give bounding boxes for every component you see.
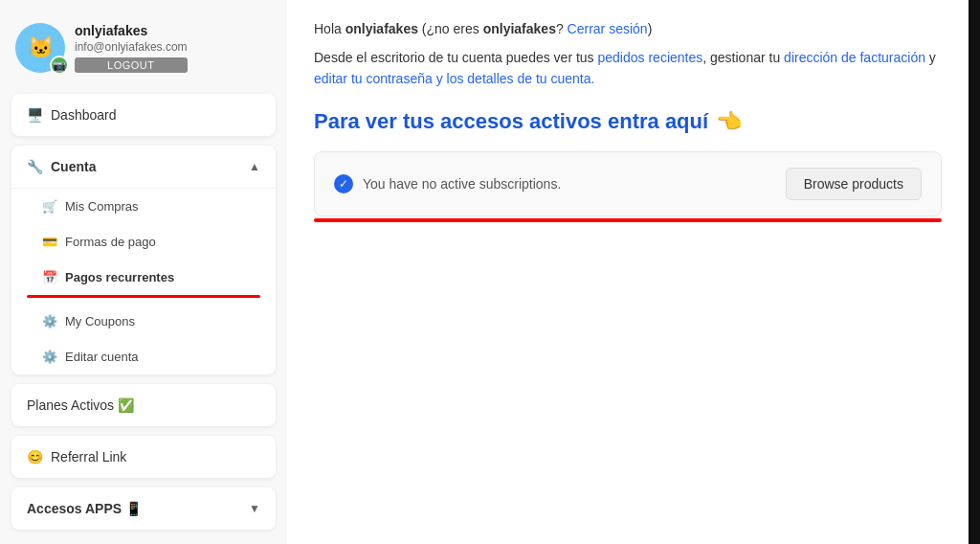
sidebar: 🐱 📷 onlyiafakes info@onlyiafakes.com LOG… (0, 0, 287, 544)
right-panel (969, 0, 980, 544)
card-icon: 💳 (42, 235, 57, 249)
referral-card: 😊 Referral Link (11, 436, 276, 478)
mis-compras-label: Mis Compras (65, 199, 139, 214)
sidebar-item-formas-pago[interactable]: 💳 Formas de pago (11, 224, 276, 260)
sidebar-item-mis-compras[interactable]: 🛒 Mis Compras (11, 189, 276, 224)
user-info: onlyiafakes info@onlyiafakes.com LOGOUT (75, 23, 188, 73)
user-profile: 🐱 📷 onlyiafakes info@onlyiafakes.com LOG… (11, 15, 276, 84)
main-content: Hola onlyiafakes (¿no eres onlyiafakes? … (287, 0, 969, 544)
sidebar-item-referral[interactable]: 😊 Referral Link (11, 436, 276, 478)
browse-products-button[interactable]: Browse products (786, 168, 922, 200)
chevron-up-icon: ▲ (249, 160, 260, 173)
calendar-icon: 📅 (42, 270, 57, 284)
cuenta-sub-items: 🛒 Mis Compras 💳 Formas de pago 📅 Pagos r… (11, 188, 276, 374)
pedidos-link[interactable]: pedidos recientes (598, 50, 703, 65)
description-line: Desde el escritorio de tu cuenta puedes … (314, 47, 942, 90)
password-link[interactable]: editar tu contraseña y los detalles de t… (314, 71, 594, 86)
chevron-down-icon: ▼ (249, 502, 260, 515)
dashboard-icon: 🖥️ (27, 107, 43, 123)
greeting-username2: onlyiafakes (483, 21, 556, 36)
section-title-text: Para ver tus accesos activos entra aquí (314, 109, 708, 134)
cuenta-icon: 🔧 (27, 159, 43, 174)
pagos-underline (27, 295, 260, 298)
cart-icon: 🛒 (42, 199, 57, 214)
pagos-recurrentes-label: Pagos recurrentes (65, 270, 174, 284)
sidebar-item-planes-activos[interactable]: Planes Activos ✅ (11, 384, 276, 426)
camera-icon[interactable]: 📷 (50, 56, 69, 75)
subscription-status: ✓ You have no active subscriptions. (334, 174, 561, 193)
sidebar-item-pagos-recurrentes[interactable]: 📅 Pagos recurrentes (11, 260, 276, 295)
accesos-label: Accesos APPS 📱 (27, 501, 142, 516)
subscription-box: ✓ You have no active subscriptions. Brow… (314, 151, 942, 216)
logout-button[interactable]: LOGOUT (75, 57, 188, 73)
desc-text2: , gestionar tu (702, 50, 784, 65)
editar-cuenta-label: Editar cuenta (65, 350, 139, 364)
greeting-username: onlyiafakes (345, 21, 418, 36)
desc-text1: Desde el escritorio de tu cuenta puedes … (314, 50, 598, 65)
no-subscriptions-text: You have no active subscriptions. (363, 176, 561, 192)
red-underline-main (314, 218, 942, 222)
formas-pago-label: Formas de pago (65, 235, 156, 249)
sidebar-item-dashboard[interactable]: 🖥️ Dashboard (11, 94, 276, 136)
planes-label: Planes Activos ✅ (27, 397, 134, 413)
cuenta-card: 🔧 Cuenta ▲ 🛒 Mis Compras 💳 Formas de pag… (11, 146, 276, 374)
coupon-icon: ⚙️ (42, 314, 57, 329)
pointing-emoji: 👈 (716, 109, 742, 134)
my-coupons-label: My Coupons (65, 314, 135, 329)
cuenta-label: Cuenta (51, 159, 96, 174)
avatar-wrap: 🐱 📷 (15, 23, 65, 73)
accesos-section-header[interactable]: Accesos APPS 📱 ▼ (11, 487, 276, 530)
referral-icon: 😊 (27, 449, 43, 465)
referral-label: Referral Link (51, 449, 126, 465)
cuenta-header-left: 🔧 Cuenta (27, 159, 96, 174)
facturacion-link[interactable]: dirección de facturación (784, 50, 925, 65)
check-circle-icon: ✓ (334, 174, 353, 193)
greeting-text: Hola (314, 21, 345, 36)
sidebar-item-my-coupons[interactable]: ⚙️ My Coupons (11, 304, 276, 339)
planes-card: Planes Activos ✅ (11, 384, 276, 426)
greeting-not: (¿no eres (418, 21, 483, 36)
cuenta-section-header[interactable]: 🔧 Cuenta ▲ (11, 146, 276, 188)
user-email: info@onlyiafakes.com (75, 40, 188, 54)
dashboard-label: Dashboard (51, 107, 117, 123)
gear-icon: ⚙️ (42, 350, 57, 364)
greeting-line: Hola onlyiafakes (¿no eres onlyiafakes? … (314, 19, 942, 39)
username: onlyiafakes (75, 23, 188, 38)
sidebar-item-editar-cuenta[interactable]: ⚙️ Editar cuenta (11, 339, 276, 374)
section-title: Para ver tus accesos activos entra aquí … (314, 109, 942, 134)
dashboard-card: 🖥️ Dashboard (11, 94, 276, 136)
accesos-header-left: Accesos APPS 📱 (27, 501, 142, 516)
accesos-card: Accesos APPS 📱 ▼ (11, 487, 276, 530)
greeting-logout: ? (556, 21, 568, 36)
greeting-paren: ) (648, 21, 653, 36)
desc-text3: y (925, 50, 936, 65)
close-session-link[interactable]: Cerrar sesión (568, 21, 648, 36)
